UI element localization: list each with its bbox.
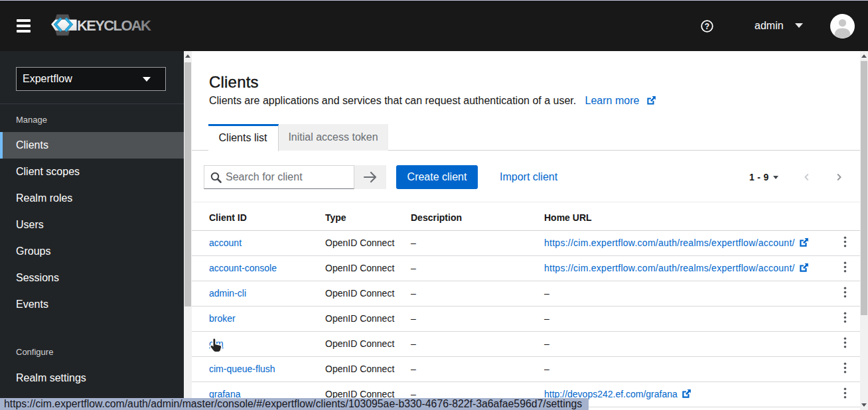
svg-text:?: ? [705, 22, 709, 31]
svg-text:KEYCLOAK: KEYCLOAK [77, 17, 151, 34]
